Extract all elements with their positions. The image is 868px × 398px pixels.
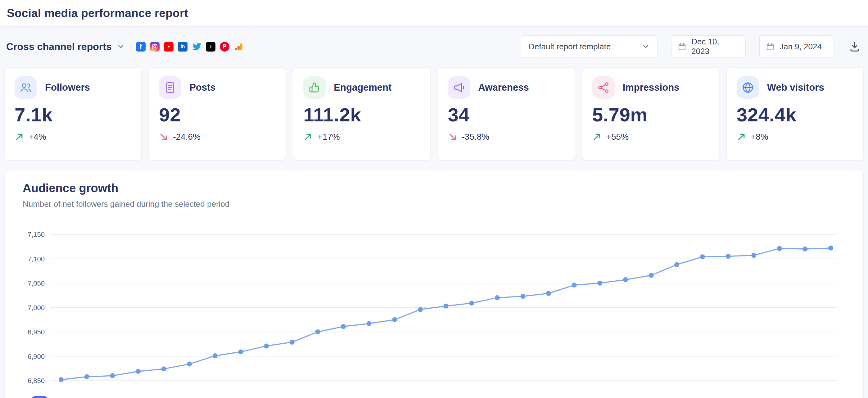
kpi-change-value: -24.6% bbox=[173, 132, 200, 142]
svg-text:7,100: 7,100 bbox=[28, 255, 45, 263]
kpi-change-value: +4% bbox=[29, 132, 46, 142]
audience-growth-card: Audience growth Number of net followers … bbox=[4, 170, 864, 398]
template-select[interactable]: Default report template bbox=[521, 35, 657, 58]
svg-text:6,850: 6,850 bbox=[28, 377, 45, 385]
twitter-icon[interactable] bbox=[192, 42, 202, 52]
kpi-change-value: +55% bbox=[606, 132, 629, 142]
kpi-change: +17% bbox=[303, 132, 420, 142]
chevron-down-icon bbox=[117, 42, 125, 51]
channel-icons: f in ♪ P bbox=[136, 42, 243, 52]
kpi-change: +8% bbox=[737, 132, 854, 142]
youtube-play-glyph bbox=[165, 43, 172, 50]
linkedin-glyph: in bbox=[181, 44, 185, 49]
kpi-head: Followers bbox=[14, 76, 131, 99]
calendar-icon bbox=[678, 42, 686, 51]
kpi-value: 111.2k bbox=[303, 104, 420, 126]
facebook-icon[interactable]: f bbox=[136, 42, 146, 52]
kpi-change: -24.6% bbox=[159, 132, 276, 142]
audience-growth-chart: 7,1507,1007,0507,0006,9506,9006,850 bbox=[5, 226, 863, 398]
trend-up-icon bbox=[737, 132, 746, 142]
date-from-value: Dec 10, 2023 bbox=[691, 37, 739, 56]
kpi-change-value: +17% bbox=[317, 132, 340, 142]
kpi-cards: Followers 7.1k +4% Posts 92 -24.6% Engag… bbox=[4, 67, 864, 160]
kpi-head: Impressions bbox=[592, 76, 709, 99]
svg-text:7,000: 7,000 bbox=[28, 304, 45, 312]
trend-up-icon bbox=[14, 132, 24, 142]
date-to-input[interactable]: Jan 9, 2024 bbox=[760, 35, 834, 58]
linkedin-icon[interactable]: in bbox=[178, 42, 187, 52]
svg-text:7,150: 7,150 bbox=[28, 231, 45, 238]
page-title: Social media performance report bbox=[7, 7, 188, 20]
globe-icon bbox=[737, 76, 759, 99]
youtube-icon[interactable] bbox=[164, 42, 174, 52]
analytics-bars-glyph bbox=[234, 42, 243, 51]
kpi-change-value: +8% bbox=[751, 132, 768, 142]
date-from-input[interactable]: Dec 10, 2023 bbox=[671, 35, 746, 58]
template-select-value: Default report template bbox=[529, 42, 611, 52]
chat-widget-button[interactable] bbox=[31, 396, 49, 398]
kpi-value: 324.4k bbox=[737, 104, 854, 126]
tiktok-glyph: ♪ bbox=[209, 43, 212, 50]
tiktok-icon[interactable]: ♪ bbox=[206, 42, 215, 52]
share-network-icon bbox=[592, 76, 615, 99]
svg-text:6,950: 6,950 bbox=[28, 328, 45, 336]
analytics-icon[interactable] bbox=[234, 42, 243, 52]
download-icon bbox=[849, 41, 860, 52]
section-title: Audience growth bbox=[23, 182, 863, 195]
kpi-label: Web visitors bbox=[767, 82, 824, 93]
download-button[interactable] bbox=[847, 39, 862, 54]
toolbar-left: Cross channel reports f in ♪ P bbox=[6, 41, 243, 53]
users-icon bbox=[14, 76, 37, 99]
svg-text:7,050: 7,050 bbox=[28, 279, 45, 287]
kpi-card-posts: Posts 92 -24.6% bbox=[149, 67, 286, 160]
kpi-card-web-visitors: Web visitors 324.4k +8% bbox=[726, 67, 864, 160]
kpi-head: Awareness bbox=[448, 76, 565, 99]
date-to-value: Jan 9, 2024 bbox=[779, 42, 822, 52]
instagram-camera-glyph bbox=[151, 43, 158, 50]
trend-down-icon bbox=[159, 132, 168, 142]
kpi-value: 7.1k bbox=[14, 104, 131, 126]
twitter-bird-glyph bbox=[192, 41, 202, 52]
kpi-label: Impressions bbox=[623, 82, 680, 93]
header: Social media performance report bbox=[0, 0, 868, 27]
kpi-label: Posts bbox=[189, 82, 215, 93]
trend-up-icon bbox=[303, 132, 313, 142]
svg-text:6,900: 6,900 bbox=[28, 353, 45, 361]
kpi-card-awareness: Awareness 34 -35.8% bbox=[438, 67, 575, 160]
trend-down-icon bbox=[448, 132, 457, 142]
instagram-icon[interactable] bbox=[150, 42, 160, 52]
section-subtitle: Number of net followers gained during th… bbox=[23, 199, 863, 209]
toolbar-right: Default report template Dec 10, 2023 Jan… bbox=[521, 35, 862, 58]
pinterest-glyph: P bbox=[223, 43, 227, 50]
toolbar: Cross channel reports f in ♪ P bbox=[0, 35, 868, 58]
kpi-value: 34 bbox=[448, 104, 565, 126]
facebook-glyph: f bbox=[140, 42, 142, 51]
kpi-change: +55% bbox=[592, 132, 709, 142]
kpi-head: Web visitors bbox=[737, 76, 854, 99]
document-icon bbox=[159, 76, 181, 99]
kpi-card-impressions: Impressions 5.79m +55% bbox=[582, 67, 719, 160]
chevron-down-icon bbox=[642, 42, 650, 51]
trend-up-icon bbox=[592, 132, 602, 142]
kpi-label: Engagement bbox=[334, 82, 392, 93]
kpi-label: Awareness bbox=[478, 82, 529, 93]
kpi-change: -35.8% bbox=[448, 132, 565, 142]
report-switcher[interactable]: Cross channel reports bbox=[6, 41, 125, 53]
kpi-head: Posts bbox=[159, 76, 276, 99]
kpi-change: +4% bbox=[14, 132, 131, 142]
pinterest-icon[interactable]: P bbox=[220, 42, 229, 52]
megaphone-icon bbox=[448, 76, 470, 99]
kpi-card-followers: Followers 7.1k +4% bbox=[4, 67, 142, 160]
report-switcher-label: Cross channel reports bbox=[6, 41, 112, 53]
kpi-value: 92 bbox=[159, 104, 276, 126]
kpi-card-engagement: Engagement 111.2k +17% bbox=[293, 67, 430, 160]
kpi-value: 5.79m bbox=[592, 104, 709, 126]
kpi-head: Engagement bbox=[303, 76, 420, 99]
calendar-icon bbox=[766, 42, 775, 51]
thumbs-up-icon bbox=[303, 76, 326, 99]
kpi-label: Followers bbox=[45, 82, 90, 93]
kpi-change-value: -35.8% bbox=[462, 132, 490, 142]
